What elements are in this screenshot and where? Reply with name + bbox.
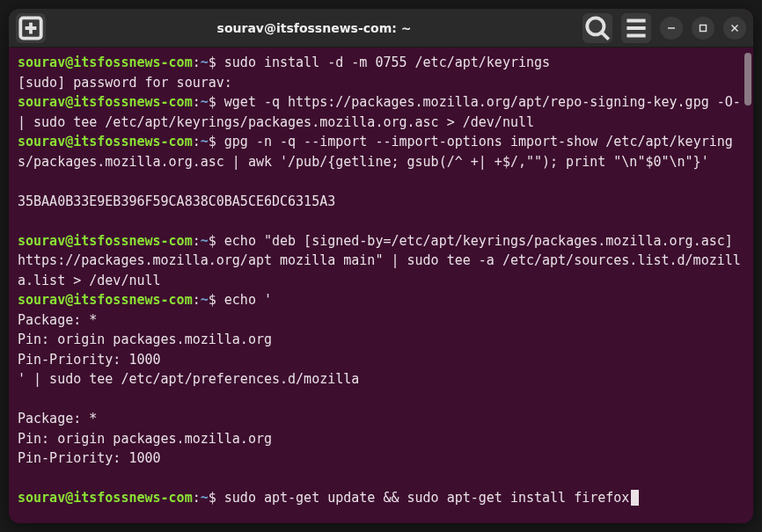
blank-line — [18, 390, 744, 410]
search-button[interactable] — [582, 13, 612, 43]
prompt-path: ~ — [201, 490, 209, 506]
command-text: sudo install -d -m 0755 /etc/apt/keyring… — [216, 55, 550, 70]
prompt-path: ~ — [201, 233, 209, 249]
blank-line — [18, 469, 744, 489]
output-text: Package: * — [18, 409, 744, 429]
output-text: Pin-Priority: 1000 — [18, 350, 744, 370]
prompt-path: ~ — [201, 134, 209, 149]
terminal-window: sourav@itsfossnews-com: ~ sourav@itsfoss… — [9, 9, 753, 523]
blank-line — [18, 211, 744, 231]
prompt-sep: : — [193, 490, 201, 506]
output-text: Package: * — [18, 310, 744, 331]
maximize-button[interactable] — [692, 17, 714, 40]
prompt-user: sourav@itsfossnews-com — [18, 134, 193, 149]
prompt-sep: : — [193, 292, 201, 308]
prompt-sep: : — [193, 134, 201, 149]
prompt-sep: : — [193, 94, 201, 110]
command-text: sudo apt-get update && sudo apt-get inst… — [216, 490, 630, 506]
prompt-user: sourav@itsfossnews-com — [18, 490, 193, 506]
svg-point-3 — [587, 18, 604, 34]
prompt-user: sourav@itsfossnews-com — [18, 94, 193, 110]
prompt-sep: : — [193, 55, 201, 70]
prompt-path: ~ — [201, 292, 209, 308]
svg-rect-9 — [700, 25, 707, 31]
prompt-dollar: $ — [209, 490, 216, 506]
svg-line-4 — [602, 33, 608, 39]
window-title: sourav@itsfossnews-com: ~ — [46, 21, 582, 35]
prompt-path: ~ — [201, 94, 209, 110]
prompt-user: sourav@itsfossnews-com — [18, 292, 193, 308]
output-text: Pin: origin packages.mozilla.org — [18, 429, 744, 449]
terminal-content[interactable]: sourav@itsfossnews-com:~$ sudo install -… — [9, 47, 753, 523]
minimize-button[interactable] — [660, 17, 683, 40]
output-text: ' | sudo tee /etc/apt/preferences.d/mozi… — [18, 369, 744, 390]
scrollbar-thumb[interactable] — [744, 53, 751, 106]
close-button[interactable] — [723, 17, 746, 40]
prompt-dollar: $ — [209, 94, 216, 110]
prompt-dollar: $ — [209, 134, 216, 149]
output-text: Pin-Priority: 1000 — [18, 448, 744, 469]
output-text: Pin: origin packages.mozilla.org — [18, 330, 744, 350]
cursor — [631, 490, 639, 506]
prompt-dollar: $ — [209, 292, 216, 308]
new-tab-button[interactable] — [16, 13, 46, 43]
menu-button[interactable] — [621, 13, 651, 43]
output-text: [sudo] password for sourav: — [18, 73, 744, 93]
command-text: echo ' — [216, 292, 272, 308]
prompt-sep: : — [193, 233, 201, 249]
prompt-user: sourav@itsfossnews-com — [18, 55, 193, 70]
prompt-path: ~ — [201, 55, 209, 70]
output-text: 35BAA0B33E9EB396F59CA838C0BA5CE6DC6315A3 — [18, 192, 744, 212]
titlebar: sourav@itsfossnews-com: ~ — [9, 9, 753, 47]
blank-line — [18, 171, 744, 192]
prompt-dollar: $ — [209, 233, 216, 249]
prompt-user: sourav@itsfossnews-com — [18, 233, 193, 249]
prompt-dollar: $ — [209, 55, 216, 70]
